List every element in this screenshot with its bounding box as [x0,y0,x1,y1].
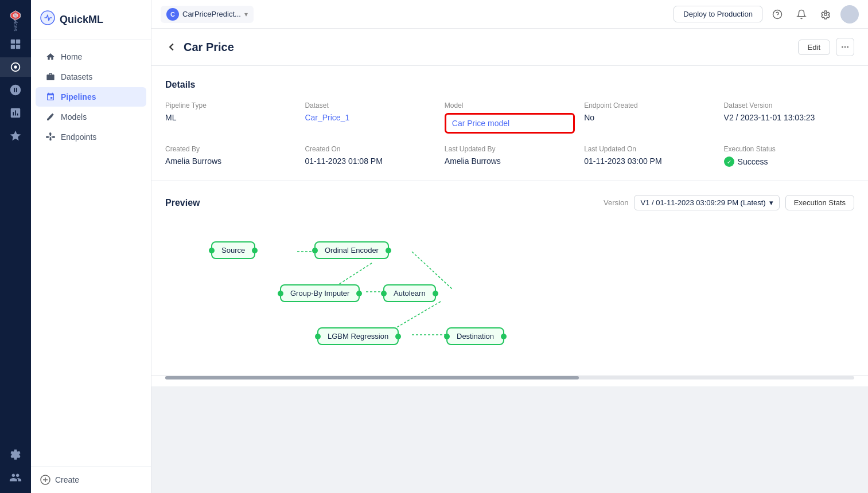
sidebar-icon-settings-bottom[interactable] [0,445,31,464]
dataset-version-value: V2 / 2023-11-01 13:03:23 [724,113,854,122]
project-selector[interactable]: C CarPricePredict... ▾ [161,6,254,23]
services-label: Services [13,11,18,32]
detail-created-on: Created On 01-11-2023 01:08 PM [305,145,435,167]
sidebar-icon-models[interactable] [0,103,31,123]
back-button[interactable] [165,41,178,53]
pipeline-node-destination[interactable]: Destination [446,327,504,345]
more-options-button[interactable] [836,38,854,56]
pipeline-node-autolearn[interactable]: Autolearn [383,284,436,302]
model-box: Car Price model [445,113,575,134]
datasets-icon [46,72,55,81]
sidebar-icon-users[interactable] [0,468,31,487]
pipeline-node-groupby-imputer[interactable]: Group-By Imputer [280,284,360,302]
page-title: Car Price [184,41,234,54]
main-content: C CarPricePredict... ▾ Deploy to Product… [151,0,868,493]
svg-point-13 [824,13,827,15]
pipeline-node-source[interactable]: Source [211,241,255,259]
horizontal-scrollbar[interactable] [151,375,868,386]
topbar: C CarPricePredict... ▾ Deploy to Product… [151,0,868,29]
svg-line-21 [412,252,452,289]
help-button[interactable] [768,5,787,24]
svg-point-7 [41,11,55,25]
sidebar-nav: Home Datasets Pipelines Models Endpoints [31,40,151,466]
chevron-down-icon: ▾ [769,198,773,207]
svg-rect-2 [11,45,15,49]
version-value: V1 / 01-11-2023 03:09:29 PM (Latest) [640,198,765,207]
svg-rect-0 [11,40,15,44]
svg-rect-3 [16,45,20,49]
user-avatar[interactable] [840,5,859,24]
updated-by-value: Amelia Burrows [445,156,575,166]
sidebar-item-models-label: Models [61,112,87,122]
deploy-to-production-button[interactable]: Deploy to Production [674,6,762,22]
exec-status-value: Success [738,157,768,166]
updated-by-label: Last Updated By [445,145,575,153]
svg-line-24 [389,302,441,332]
endpoint-created-label: Endpoint Created [584,101,714,109]
sidebar-icon-pipeline[interactable] [0,57,31,77]
sidebar-item-datasets-label: Datasets [61,72,92,81]
model-label: Model [445,101,575,109]
sidebar-icon-graph[interactable] [0,34,31,54]
more-dots-icon [840,42,850,52]
sidebar-item-models[interactable]: Models [36,107,146,127]
model-value[interactable]: Car Price model [452,119,509,128]
pipeline-node-lgbm-regression[interactable]: LGBM Regression [317,327,399,345]
pipelines-icon [46,92,55,101]
sidebar-title: QuickML [60,14,103,26]
created-on-label: Created On [305,145,435,153]
detail-dataset-version: Dataset Version V2 / 2023-11-01 13:03:23 [724,101,854,134]
scrollbar-thumb[interactable] [165,376,579,379]
pipeline-node-ordinal-encoder[interactable]: Ordinal Encoder [314,241,389,259]
notifications-button[interactable] [792,5,811,24]
settings-icon [820,9,831,19]
page-header: Car Price Edit [151,29,868,66]
version-select[interactable]: V1 / 01-11-2023 03:09:29 PM (Latest) ▾ [634,195,779,210]
svg-point-15 [844,46,846,48]
endpoints-icon [46,132,55,142]
dataset-label: Dataset [305,101,435,109]
sidebar-item-endpoints[interactable]: Endpoints [36,127,146,147]
updated-on-label: Last Updated On [584,145,714,153]
preview-section: Preview Version V1 / 01-11-2023 03:09:29… [151,181,868,375]
settings-button[interactable] [816,5,835,24]
preview-header: Preview Version V1 / 01-11-2023 03:09:29… [165,195,854,210]
icon-bar: Services [0,0,31,493]
sidebar-item-pipelines[interactable]: Pipelines [36,87,146,107]
project-chevron-icon: ▾ [244,10,248,18]
content-area: Car Price Edit Details Pipeline Type ML … [151,29,868,493]
dataset-version-label: Dataset Version [724,101,854,109]
plus-circle-icon [40,475,50,485]
source-node-label: Source [221,246,245,255]
execution-stats-button[interactable]: Execution Stats [785,195,854,210]
create-label: Create [55,475,79,484]
edit-button[interactable]: Edit [798,40,830,55]
sidebar-icon-ai[interactable] [0,80,31,100]
home-icon [46,52,55,61]
sidebar: QuickML Home Datasets Pipelines Models E… [31,0,151,493]
sidebar-icon-star[interactable] [0,126,31,146]
detail-updated-on: Last Updated On 01-11-2023 03:00 PM [584,145,714,167]
destination-node-label: Destination [457,332,494,341]
pipeline-diagram: Source Ordinal Encoder Group-By Imputer … [165,224,854,362]
sidebar-item-home[interactable]: Home [36,47,146,66]
preview-controls: Version V1 / 01-11-2023 03:09:29 PM (Lat… [604,195,854,210]
created-by-label: Created By [165,145,295,153]
detail-pipeline-type: Pipeline Type ML [165,101,295,134]
detail-updated-by: Last Updated By Amelia Burrows [445,145,575,167]
create-button[interactable]: Create [40,475,142,485]
detail-model: Model Car Price model [445,101,575,134]
bell-icon [796,9,807,19]
details-section: Details Pipeline Type ML Dataset Car_Pri… [151,66,868,181]
detail-exec-status: Execution Status ✓ Success [724,145,854,167]
svg-point-5 [14,65,17,69]
sidebar-item-datasets[interactable]: Datasets [36,67,146,87]
quickml-logo-icon [40,10,55,29]
status-badge: ✓ Success [724,156,854,167]
version-label: Version [604,198,628,207]
svg-rect-1 [16,40,20,44]
help-icon [772,9,783,19]
dataset-value[interactable]: Car_Price_1 [305,113,435,122]
groupby-node-label: Group-By Imputer [290,289,349,298]
sidebar-item-home-label: Home [61,52,82,61]
